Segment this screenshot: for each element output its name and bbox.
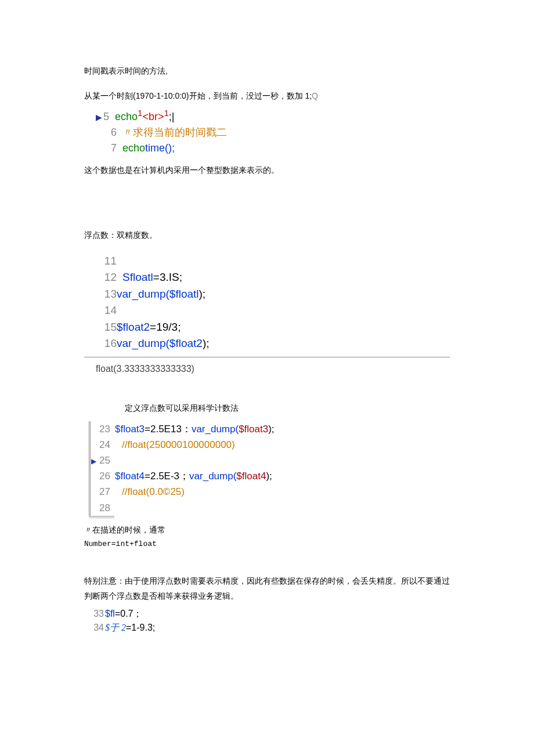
- code-line-14: 14: [96, 302, 450, 319]
- function-var-dump: var_dump(: [117, 288, 169, 300]
- literal: 2.5E-3；: [150, 471, 189, 482]
- code-block-3: 23 $float3=2.5E13：var_dump($float3); 24 …: [89, 421, 450, 516]
- code-line-5: ▶5 echo1<br>1;|: [96, 107, 450, 125]
- string-lit: <br>: [142, 111, 164, 122]
- code-line-24: 24 //float(250000100000000): [91, 437, 450, 453]
- line-number: 24: [91, 437, 115, 453]
- variable: $float3: [115, 424, 145, 435]
- operator: =: [115, 609, 120, 618]
- function-time: time();: [145, 142, 175, 154]
- paragraph-integer-storage: 这个数据也是在计算机内采用一个整型数据来表示的。: [84, 163, 450, 178]
- operator: =: [145, 471, 150, 482]
- line-number: 7: [96, 140, 117, 156]
- document-page: 时间戳表示时间的方法, 从某一个时刻(1970-1-10:0:0)开始，到当前，…: [0, 0, 534, 658]
- literal: 1-9.3;: [131, 623, 155, 632]
- paragraph-precision-warning: 特别注意：由于使用浮点数时需要表示精度，因此有些数据在保存的时候，会丢失精度。所…: [84, 574, 450, 603]
- variable: $于 2: [105, 623, 126, 632]
- comment: 〃求得当前的时间戳二: [122, 125, 227, 140]
- line-number: 27: [91, 484, 115, 500]
- code-block-2: 11 12 Sfloatl=3.IS; 13 var_dump($floatl)…: [96, 253, 450, 352]
- literal: 2.5E13：: [150, 424, 192, 435]
- variable: $float2: [169, 337, 203, 349]
- code-line-34: 34 $于 2=1-9.3;: [92, 621, 450, 635]
- code-line-12: 12 Sfloatl=3.IS;: [96, 269, 450, 286]
- operator: =: [126, 623, 131, 632]
- literal: 0.7；: [120, 609, 142, 618]
- line-number: 5: [103, 111, 109, 122]
- line-number: 16: [96, 335, 117, 352]
- variable: $float2: [117, 321, 150, 333]
- comment: //float(0.0©25): [122, 486, 185, 497]
- line-number: 33: [92, 607, 104, 621]
- code-block-1: ▶5 echo1<br>1;| 6 〃求得当前的时间戳二 7 echotime(…: [96, 107, 450, 156]
- literal: 3.IS;: [160, 271, 182, 283]
- code-line-26: 26 $float4=2.5E-3；var_dump($float4);: [91, 468, 450, 484]
- variable: $float3: [239, 424, 268, 435]
- text-epoch-c: 开始，到当前，没过一秒，数加 1;: [189, 91, 312, 100]
- code-line-11: 11: [96, 253, 450, 270]
- operator: =: [145, 424, 150, 435]
- function-var-dump: var_dump(: [117, 337, 169, 349]
- output-float: float(3.3333333333333): [96, 361, 450, 378]
- keyword-echo: echo: [115, 111, 138, 122]
- line-number: 12: [96, 269, 117, 286]
- line-number: 13: [96, 286, 117, 303]
- paragraph-describe-usually: 〃在描述的时候，通常: [84, 523, 450, 537]
- string-lit: 1: [164, 108, 168, 118]
- arrow-icon: ▶: [91, 456, 96, 467]
- text-epoch-a: 从某一个时刻(: [84, 91, 136, 100]
- code-number-type: Number=int+float: [84, 537, 450, 551]
- line-number: 26: [91, 468, 115, 484]
- code-tail: );: [266, 471, 272, 482]
- function-var-dump: var_dump(: [189, 471, 236, 482]
- line-number: 14: [96, 302, 117, 319]
- code-line-25: ▶ 25: [91, 453, 450, 468]
- code-line-33: 33 $fl=0.7；: [92, 607, 450, 621]
- text-epoch-b: 1970-1-10:0:0): [136, 91, 189, 100]
- literal: 19/3;: [156, 321, 181, 333]
- code-line-7: 7 echotime();: [96, 140, 450, 156]
- variable: $floatl: [169, 288, 199, 300]
- function-var-dump: var_dump(: [192, 424, 239, 435]
- comment: //float(250000100000000): [122, 439, 235, 450]
- line-number: 6: [96, 125, 117, 140]
- paragraph-timestamp-method: 时间戳表示时间的方法,: [84, 64, 450, 78]
- arrow-icon: ▶: [96, 113, 102, 122]
- operator: =: [150, 321, 156, 333]
- keyword-echo: echo: [122, 142, 145, 154]
- paragraph-epoch: 从某一个时刻(1970-1-10:0:0)开始，到当前，没过一秒，数加 1;Q: [84, 89, 450, 103]
- text-cursor-icon: Q: [312, 91, 318, 100]
- variable: $float4: [236, 471, 266, 482]
- variable: Sfloatl: [122, 271, 153, 283]
- code-line-27: 27 //float(0.0©25): [91, 484, 450, 500]
- code-tail: );: [203, 337, 210, 349]
- code-tail: );: [268, 424, 274, 435]
- paragraph-float-double: 浮点数：双精度数。: [84, 228, 450, 243]
- code-line-15: 15 $float2=19/3;: [96, 319, 450, 336]
- line-number: 25: [96, 453, 115, 468]
- variable: $float4: [115, 471, 145, 482]
- paragraph-scientific-notation: 定义浮点数可以采用科学计数法: [125, 401, 450, 415]
- line-number: 11: [96, 253, 117, 270]
- code-line-13: 13 var_dump($floatl);: [96, 286, 450, 303]
- line-number: 15: [96, 319, 117, 336]
- code-line-6: 6 〃求得当前的时间戳二: [96, 125, 450, 140]
- code-line-28: 28: [91, 500, 450, 516]
- line-number: 28: [91, 500, 115, 516]
- code-tail: );: [199, 288, 206, 300]
- operator: =: [153, 271, 160, 283]
- code-line-23: 23 $float3=2.5E13：var_dump($float3);: [91, 421, 450, 437]
- line-number: 34: [92, 621, 104, 635]
- variable: $fl: [105, 609, 115, 618]
- code-line-16: 16 var_dump($float2);: [96, 335, 450, 352]
- code-block-4: 33 $fl=0.7； 34 $于 2=1-9.3;: [92, 607, 450, 635]
- horizontal-rule: [84, 357, 450, 357]
- code-tail: ;|: [169, 111, 175, 122]
- line-number: 23: [91, 421, 115, 437]
